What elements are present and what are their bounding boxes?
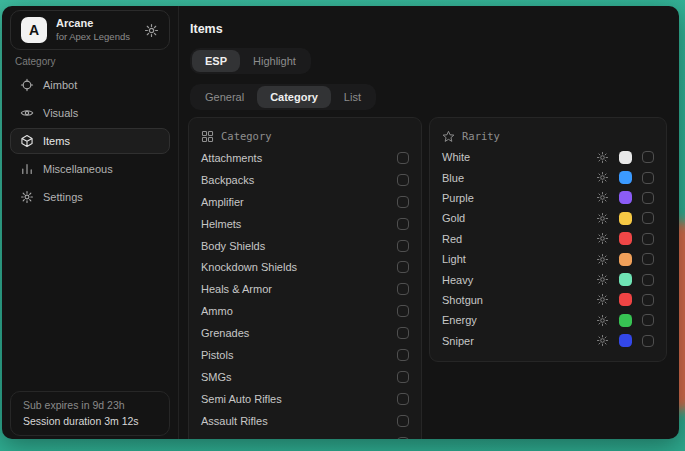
category-checkbox[interactable] bbox=[397, 305, 409, 317]
rarity-settings-icon[interactable] bbox=[596, 151, 609, 164]
rarity-color-swatch[interactable] bbox=[619, 191, 632, 204]
page-title: Items bbox=[190, 22, 679, 36]
rarity-checkbox[interactable] bbox=[642, 294, 654, 306]
sidebar-item-label: Settings bbox=[43, 191, 83, 203]
category-checkbox[interactable] bbox=[397, 196, 409, 208]
category-panel-header: Category bbox=[201, 127, 409, 145]
category-checkbox[interactable] bbox=[397, 393, 409, 405]
rarity-row-label: White bbox=[442, 151, 596, 163]
category-checkbox[interactable] bbox=[397, 261, 409, 273]
rarity-checkbox[interactable] bbox=[642, 233, 654, 245]
category-checkbox[interactable] bbox=[397, 349, 409, 361]
category-checkbox[interactable] bbox=[397, 371, 409, 383]
rarity-checkbox[interactable] bbox=[642, 212, 654, 224]
app-logo: A bbox=[21, 17, 47, 43]
sidebar-nav-item[interactable]: Visuals bbox=[10, 100, 170, 126]
sidebar-nav: Aimbot Visuals bbox=[10, 72, 170, 212]
rarity-checkbox[interactable] bbox=[642, 274, 654, 286]
session-duration-text: Session duration 3m 12s bbox=[23, 415, 157, 427]
category-row: Attachments bbox=[201, 147, 409, 169]
category-row: Heals & Armor bbox=[201, 278, 409, 300]
category-checkbox[interactable] bbox=[397, 327, 409, 339]
brand-settings-icon[interactable] bbox=[144, 23, 159, 38]
sidebar-nav-item[interactable]: Aimbot bbox=[10, 72, 170, 98]
rarity-color-swatch[interactable] bbox=[619, 334, 632, 347]
rarity-settings-icon[interactable] bbox=[596, 232, 609, 245]
sidebar-nav-item[interactable]: Settings bbox=[10, 184, 170, 210]
view-tab[interactable]: List bbox=[331, 86, 374, 108]
rarity-row-label: Blue bbox=[442, 172, 596, 184]
sidebar-nav-item[interactable]: Miscellaneous bbox=[10, 156, 170, 182]
rarity-color-swatch[interactable] bbox=[619, 293, 632, 306]
rarity-row-label: Energy bbox=[442, 314, 596, 326]
category-row: Ammo bbox=[201, 300, 409, 322]
category-panel-title: Category bbox=[221, 130, 272, 142]
category-checkbox[interactable] bbox=[397, 437, 409, 439]
rarity-color-swatch[interactable] bbox=[619, 232, 632, 245]
rarity-row: Purple bbox=[442, 188, 654, 208]
category-row-label: Body Shields bbox=[201, 240, 397, 252]
subscription-status-card: Sub expires in 9d 23h Session duration 3… bbox=[10, 391, 170, 436]
category-row-label: Attachments bbox=[201, 152, 397, 164]
category-checkbox[interactable] bbox=[397, 218, 409, 230]
sidebar-nav-item[interactable]: Items bbox=[10, 128, 170, 154]
rarity-settings-icon[interactable] bbox=[596, 334, 609, 347]
rarity-color-swatch[interactable] bbox=[619, 273, 632, 286]
sub-expires-text: Sub expires in 9d 23h bbox=[23, 399, 157, 411]
rarity-panel: Rarity White Blue bbox=[429, 117, 667, 362]
rarity-checkbox[interactable] bbox=[642, 335, 654, 347]
category-row-label: Semi Auto Rifles bbox=[201, 393, 397, 405]
mode-tabs: ESP Highlight bbox=[190, 48, 311, 74]
rarity-color-swatch[interactable] bbox=[619, 253, 632, 266]
rarity-color-swatch[interactable] bbox=[619, 212, 632, 225]
category-checkbox[interactable] bbox=[397, 152, 409, 164]
sidebar-item-label: Items bbox=[43, 135, 70, 147]
category-row-label: Backpacks bbox=[201, 174, 397, 186]
category-row: Helmets bbox=[201, 213, 409, 235]
rarity-settings-icon[interactable] bbox=[596, 253, 609, 266]
category-row: Assault Rifles bbox=[201, 410, 409, 432]
rarity-row: Sniper bbox=[442, 331, 654, 351]
rarity-checkbox[interactable] bbox=[642, 192, 654, 204]
rarity-settings-icon[interactable] bbox=[596, 273, 609, 286]
rarity-settings-icon[interactable] bbox=[596, 191, 609, 204]
category-checkbox[interactable] bbox=[397, 283, 409, 295]
category-row: Semi Auto Rifles bbox=[201, 388, 409, 410]
category-row-label: LMGs bbox=[201, 437, 397, 439]
rarity-row: Gold bbox=[442, 208, 654, 228]
rarity-color-swatch[interactable] bbox=[619, 314, 632, 327]
app-brand-card: A Arcane for Apex Legends bbox=[10, 10, 170, 50]
mode-tab[interactable]: Highlight bbox=[240, 50, 309, 72]
category-row: Body Shields bbox=[201, 235, 409, 257]
view-tab[interactable]: General bbox=[192, 86, 257, 108]
rarity-settings-icon[interactable] bbox=[596, 314, 609, 327]
category-row: Backpacks bbox=[201, 169, 409, 191]
view-tab[interactable]: Category bbox=[257, 86, 331, 108]
category-row-label: Assault Rifles bbox=[201, 415, 397, 427]
rarity-panel-header: Rarity bbox=[442, 127, 654, 145]
category-checkbox[interactable] bbox=[397, 415, 409, 427]
rarity-color-swatch[interactable] bbox=[619, 151, 632, 164]
category-row-label: Knockdown Shields bbox=[201, 261, 397, 273]
mode-tab[interactable]: ESP bbox=[192, 50, 240, 72]
sidebar-item-icon bbox=[20, 106, 34, 120]
sidebar-item-icon bbox=[20, 134, 34, 148]
category-row-label: Grenades bbox=[201, 327, 397, 339]
app-title-block: Arcane for Apex Legends bbox=[56, 17, 135, 43]
rarity-color-swatch[interactable] bbox=[619, 171, 632, 184]
rarity-row: Red bbox=[442, 229, 654, 249]
category-list: Attachments Backpacks Amplifier Helmets bbox=[201, 147, 409, 439]
rarity-checkbox[interactable] bbox=[642, 253, 654, 265]
app-name: Arcane bbox=[56, 17, 135, 31]
rarity-row: White bbox=[442, 147, 654, 167]
rarity-settings-icon[interactable] bbox=[596, 171, 609, 184]
category-checkbox[interactable] bbox=[397, 240, 409, 252]
rarity-checkbox[interactable] bbox=[642, 172, 654, 184]
rarity-checkbox[interactable] bbox=[642, 314, 654, 326]
rarity-settings-icon[interactable] bbox=[596, 293, 609, 306]
rarity-settings-icon[interactable] bbox=[596, 212, 609, 225]
star-icon bbox=[442, 130, 455, 143]
category-checkbox[interactable] bbox=[397, 174, 409, 186]
category-panel: Category Attachments Backpacks Amplifier bbox=[188, 117, 422, 439]
rarity-checkbox[interactable] bbox=[642, 151, 654, 163]
